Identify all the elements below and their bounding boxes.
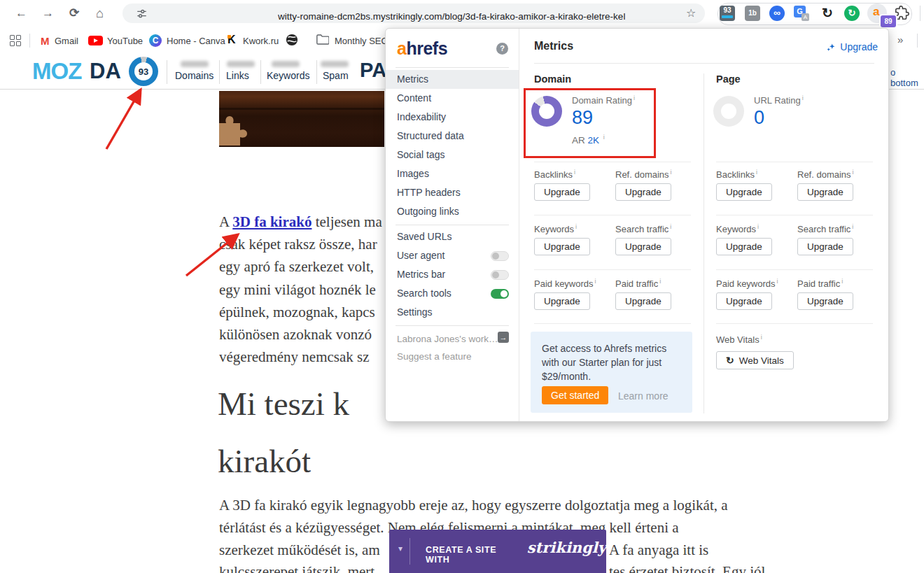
puzzle-piece-photo-detail xyxy=(219,111,257,147)
ahrefs-sidebar: ahrefs ? Metrics Content Indexability St… xyxy=(386,29,519,421)
learn-more-link[interactable]: Learn more xyxy=(618,390,668,402)
moz-divider xyxy=(219,60,220,84)
translate-a: A xyxy=(802,13,809,21)
user-agent-toggle-off[interactable] xyxy=(491,251,509,261)
moz-extension-score: 93 xyxy=(723,6,731,14)
sidebar-item-settings[interactable]: Settings xyxy=(386,303,519,322)
sync-extension-icon[interactable]: ↻ xyxy=(820,6,835,21)
article-hero-photo xyxy=(219,91,384,147)
starter-plan-promo: Get access to Ahrefs metrics with our St… xyxy=(531,332,692,413)
bookmarks-overflow-chevron[interactable]: » xyxy=(897,34,903,45)
workspace-open-icon[interactable]: → xyxy=(498,332,509,343)
banner-collapse-icon[interactable]: ▾ xyxy=(398,544,402,553)
moz-extension-icon[interactable]: 93 xyxy=(720,6,735,21)
page-searchtraffic-upgrade-button[interactable]: Upgrade xyxy=(797,238,853,255)
bookmark-gmail[interactable]: Gmail xyxy=(55,36,78,46)
moz-da-label: DA xyxy=(90,59,121,84)
page-paidkeywords-upgrade-button[interactable]: Upgrade xyxy=(716,292,772,310)
bookmark-kwork[interactable]: Kwork.ru xyxy=(243,36,279,46)
infinity-glyph: ∞ xyxy=(774,7,780,18)
bookmark-canva[interactable]: Home - Canva xyxy=(167,36,225,46)
domain-paidtraffic-upgrade-button[interactable]: Upgrade xyxy=(615,292,671,310)
metrics-bar-toggle-off[interactable] xyxy=(491,270,509,280)
sidebar-item-images[interactable]: Images xyxy=(386,164,519,183)
bookmark-star-icon[interactable]: ☆ xyxy=(686,6,696,20)
sidebar-item-indexability[interactable]: Indexability xyxy=(386,108,519,127)
reload-icon[interactable]: ⟳ xyxy=(69,7,79,19)
row-divider xyxy=(716,323,873,324)
workspace-link[interactable]: Labrona Jones's work… → xyxy=(386,330,519,348)
translate-extension-icon[interactable]: G A xyxy=(794,6,809,21)
moz-da-gauge: 93 xyxy=(129,57,158,86)
sidebar-item-http-headers[interactable]: HTTP headers xyxy=(386,183,519,202)
forward-icon[interactable]: → xyxy=(42,7,54,19)
moz-tab-links[interactable]: Links xyxy=(226,70,249,81)
sidebar-item-saved-urls[interactable]: Saved URLs xyxy=(386,227,519,246)
url-rating-gauge xyxy=(713,96,744,127)
banner-brand-text: strikingly xyxy=(527,539,606,556)
web-vitals-button[interactable]: ↻ Web Vitals xyxy=(716,351,794,369)
green-extension-icon[interactable]: ↻ xyxy=(844,6,860,21)
home-icon[interactable]: ⌂ xyxy=(96,7,104,20)
page-paidtraffic-upgrade-button[interactable]: Upgrade xyxy=(797,292,853,310)
moz-da-score: 93 xyxy=(139,66,148,77)
column-divider xyxy=(704,73,704,413)
banner-divider xyxy=(410,538,410,565)
back-icon[interactable]: ← xyxy=(15,7,27,19)
suggest-feature-link[interactable]: Suggest a feature xyxy=(386,347,519,366)
promo-text: Get access to Ahrefs metrics with our St… xyxy=(542,341,666,383)
metrics-panel-title: Metrics xyxy=(534,40,573,52)
moz-divider xyxy=(260,60,261,84)
sidebar-divider xyxy=(396,325,509,326)
url-text[interactable]: witty-romaine-dcm2bs.mystrikingly.com/bl… xyxy=(278,11,625,22)
domain-refdomains-upgrade-button[interactable]: Upgrade xyxy=(615,183,671,201)
page-backlinks-upgrade-button[interactable]: Upgrade xyxy=(716,183,772,201)
domain-paidkeywords-upgrade-button[interactable]: Upgrade xyxy=(534,292,590,310)
page-backlinks-label: Backlinksi xyxy=(716,169,757,180)
page-refdomains-upgrade-button[interactable]: Upgrade xyxy=(797,183,853,201)
sidebar-item-metrics-bar[interactable]: Metrics bar xyxy=(386,265,519,284)
domain-backlinks-upgrade-button[interactable]: Upgrade xyxy=(534,183,590,201)
page-keywords-upgrade-button[interactable]: Upgrade xyxy=(716,238,772,255)
3d-fa-kirako-link[interactable]: 3D fa kirakó xyxy=(232,213,312,230)
ahrefs-badge-value: 89 xyxy=(884,17,892,25)
sidebar-item-user-agent[interactable]: User agent xyxy=(386,246,519,265)
moz-tab-keywords[interactable]: Keywords xyxy=(267,70,309,81)
moz-links-value-blurred xyxy=(227,61,255,67)
scroll-to-bottom-link[interactable]: o bottom xyxy=(890,67,924,88)
coil-extension-icon[interactable]: ∞ xyxy=(769,6,785,21)
upgrade-link[interactable]: Upgrade xyxy=(826,41,878,52)
search-tools-toggle-on[interactable] xyxy=(491,289,509,299)
bookmark-folder-monthly-seo[interactable]: Monthly SEO Se xyxy=(335,36,386,46)
bookmark-youtube[interactable]: YouTube xyxy=(107,36,143,46)
tb-extension-icon[interactable]: 1b xyxy=(745,6,760,21)
bookmarks-folder-icon[interactable] xyxy=(316,34,329,45)
sidebar-item-search-tools[interactable]: Search tools xyxy=(386,284,519,303)
globe-bookmark-icon[interactable] xyxy=(286,34,298,46)
get-started-button[interactable]: Get started xyxy=(542,386,608,404)
moz-logo[interactable]: MOZ xyxy=(32,58,81,85)
apps-grid-icon[interactable] xyxy=(10,35,21,46)
sidebar-item-content[interactable]: Content xyxy=(386,89,519,108)
page-section-title: Page xyxy=(716,73,741,85)
site-settings-icon[interactable] xyxy=(136,8,147,19)
sidebar-item-structured-data[interactable]: Structured data xyxy=(386,127,519,146)
sidebar-item-outgoing-links[interactable]: Outgoing links xyxy=(386,202,519,221)
domain-keywords-upgrade-button[interactable]: Upgrade xyxy=(534,238,590,255)
header-divider xyxy=(534,63,874,64)
domain-searchtraffic-upgrade-button[interactable]: Upgrade xyxy=(615,238,671,255)
moz-tab-domains[interactable]: Domains xyxy=(175,70,214,81)
moz-divider xyxy=(167,60,167,84)
address-bar[interactable]: witty-romaine-dcm2bs.mystrikingly.com/bl… xyxy=(122,3,705,23)
moz-tab-spam[interactable]: Spam xyxy=(323,70,349,81)
strikingly-banner[interactable]: ▾ CREATE A SITE WITH strikingly xyxy=(389,530,606,573)
sidebar-item-social-tags[interactable]: Social tags xyxy=(386,146,519,164)
page-paidkeywords-label: Paid keywordsi xyxy=(716,278,778,289)
help-icon[interactable]: ? xyxy=(496,43,508,55)
row-divider xyxy=(716,269,873,270)
para1-line7: végeredmény nemcsak sz xyxy=(219,346,386,368)
sidebar-item-metrics[interactable]: Metrics xyxy=(386,70,519,89)
ahrefs-logo: ahrefs xyxy=(397,38,447,59)
domain-paidkeywords-label: Paid keywordsi xyxy=(534,278,596,289)
ahrefs-extension-badge: 89 xyxy=(879,14,897,29)
